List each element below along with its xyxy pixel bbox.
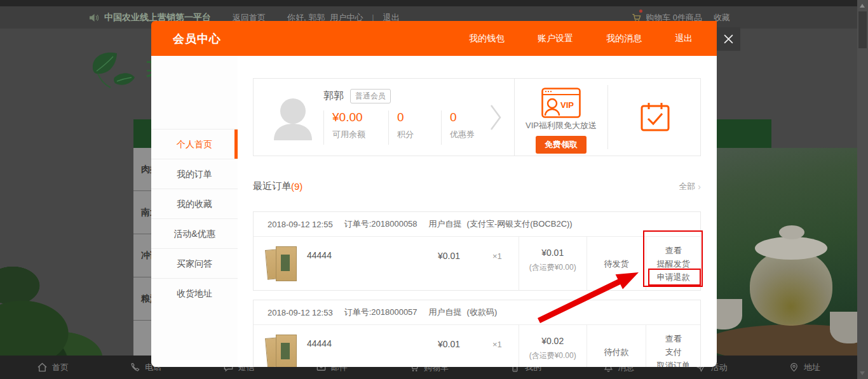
product-qty: ×1 <box>492 340 502 349</box>
teapot-body <box>750 249 832 326</box>
background-photo-left <box>0 190 133 356</box>
view-all-link[interactable]: 全部 <box>679 181 695 192</box>
order-status: 待付款 <box>587 325 646 367</box>
member-level-badge: 普通会员 <box>350 89 391 103</box>
tea-cup <box>717 299 742 329</box>
stat-balance[interactable]: ¥0.00 可用余额 <box>323 110 388 145</box>
product-bag-art <box>281 343 290 359</box>
product-bag-art <box>281 255 290 271</box>
order-payment: (支付宝-网银支付(BOCB2C)) <box>467 218 573 230</box>
modal-header: 会员中心 我的钱包 账户设置 我的消息 退出 <box>151 21 717 56</box>
sidebar-spacer <box>151 56 238 129</box>
order-total: ¥0.02 <box>519 336 587 346</box>
scrollbar-thumb[interactable] <box>858 11 867 48</box>
avatar <box>273 96 313 140</box>
product-thumbnail[interactable] <box>266 333 298 367</box>
recent-orders-count: (9) <box>291 181 302 192</box>
product-name[interactable]: 44444 <box>307 338 332 349</box>
order-total-cell: ¥0.02 (含运费¥0.00) <box>519 325 587 367</box>
page-scrollbar[interactable] <box>857 0 868 379</box>
action-cancel-order[interactable]: 取消订单 <box>646 359 700 367</box>
claim-free-button[interactable]: 免费领取 <box>536 136 587 154</box>
bottom-nav-home[interactable]: 首页 <box>37 362 69 373</box>
scrollbar-down-arrow[interactable] <box>860 371 865 375</box>
sign-in-calendar[interactable] <box>608 79 702 156</box>
scrollbar-up-arrow[interactable] <box>860 4 865 8</box>
modal-title: 会员中心 <box>173 31 221 46</box>
profile-card: 郭郭 普通会员 ¥0.00 可用余额 0 积分 0 优惠券 <box>253 78 701 156</box>
tea-cup <box>830 312 857 343</box>
close-button[interactable] <box>717 27 740 51</box>
cart-badge-dot <box>639 10 642 13</box>
phone-icon <box>130 362 140 373</box>
sidebar-item-shipping-address[interactable]: 收货地址 <box>151 278 238 308</box>
product-thumbnail[interactable] <box>266 245 298 282</box>
product-price: ¥0.01 <box>438 339 460 349</box>
order-delivery: 用户自提 <box>429 307 462 318</box>
order-actions: 查看 支付 取消订单 <box>646 325 700 367</box>
action-view[interactable]: 查看 <box>646 332 700 345</box>
chevron-right-icon[interactable] <box>489 103 503 132</box>
order-number: 订单号:2018000058 <box>344 218 417 230</box>
user-name: 郭郭 <box>323 90 344 103</box>
product-bag <box>276 335 297 367</box>
annotation-arrow <box>534 267 645 327</box>
nav-my-messages[interactable]: 我的消息 <box>606 33 642 44</box>
leaf-logo-icon <box>85 48 137 95</box>
stat-points[interactable]: 0 积分 <box>388 110 441 145</box>
chevron-right-icon: › <box>698 182 701 192</box>
home-icon <box>37 362 48 373</box>
order-number: 订单号:2018000057 <box>344 307 417 318</box>
svg-text:VIP: VIP <box>560 100 574 110</box>
product-price: ¥0.01 <box>438 251 460 261</box>
product-name[interactable]: 44444 <box>307 250 332 260</box>
close-icon <box>723 34 734 44</box>
sidebar-item-my-favorites[interactable]: 我的收藏 <box>151 189 238 218</box>
nav-my-wallet[interactable]: 我的钱包 <box>469 33 505 44</box>
bottom-nav-address[interactable]: 地址 <box>789 362 820 373</box>
sidebar-item-buyer-qa[interactable]: 买家问答 <box>151 248 238 278</box>
pin-icon <box>789 362 799 373</box>
vip-card-icon: VIP <box>541 88 581 118</box>
order-shipping: (含运费¥0.00) <box>519 350 587 361</box>
sidebar-item-personal-home[interactable]: 个人首页 <box>151 129 238 159</box>
nav-account-settings[interactable]: 账户设置 <box>538 33 573 44</box>
window-top-strip <box>0 0 868 6</box>
order-header: 2018-09-12 12:55 订单号:2018000058 用户自提 (支付… <box>254 212 700 237</box>
vip-promo-title: VIP福利限免大放送 <box>515 120 607 131</box>
modal-sidebar: 个人首页 我的订单 我的收藏 活动&优惠 买家问答 收货地址 <box>151 56 238 367</box>
background-photo-tea <box>717 148 857 356</box>
order-product-cell: 44444 ¥0.01 ×1 <box>254 237 519 291</box>
teapot-knob <box>779 225 804 239</box>
order-total: ¥0.01 <box>519 248 587 258</box>
action-pay[interactable]: 支付 <box>646 345 700 359</box>
sidebar-item-promotions[interactable]: 活动&优惠 <box>151 218 238 248</box>
order-product-cell: 44444 ¥0.01 ×1 <box>254 325 519 367</box>
vip-promo[interactable]: VIP VIP福利限免大放送 免费领取 <box>515 79 607 156</box>
order-payment: (收款码) <box>467 307 498 318</box>
teapot-lid <box>755 237 827 260</box>
speaker-icon <box>89 13 99 22</box>
modal-nav: 我的钱包 账户设置 我的消息 退出 <box>469 33 693 44</box>
annotation-highlight-box <box>648 269 701 286</box>
product-bag <box>276 246 297 281</box>
recent-orders-header: 最近订单 (9) 全部 › <box>253 180 701 192</box>
product-qty: ×1 <box>492 251 502 261</box>
order-delivery: 用户自提 <box>429 218 462 230</box>
profile-stats: ¥0.00 可用余额 0 积分 0 优惠券 <box>323 110 511 145</box>
order-datetime: 2018-09-12 12:55 <box>268 220 333 229</box>
calendar-check-icon <box>640 102 670 132</box>
recent-orders-title: 最近订单 <box>253 180 291 192</box>
sidebar-item-my-orders[interactable]: 我的订单 <box>151 159 238 189</box>
order-datetime: 2018-09-12 12:53 <box>268 308 333 317</box>
nav-logout[interactable]: 退出 <box>675 33 693 44</box>
screenshot-canvas: 中国农业线上营销第一平台 返回首页 你好, 郭郭 用户中心 | 退出 购物车 0… <box>0 0 868 379</box>
